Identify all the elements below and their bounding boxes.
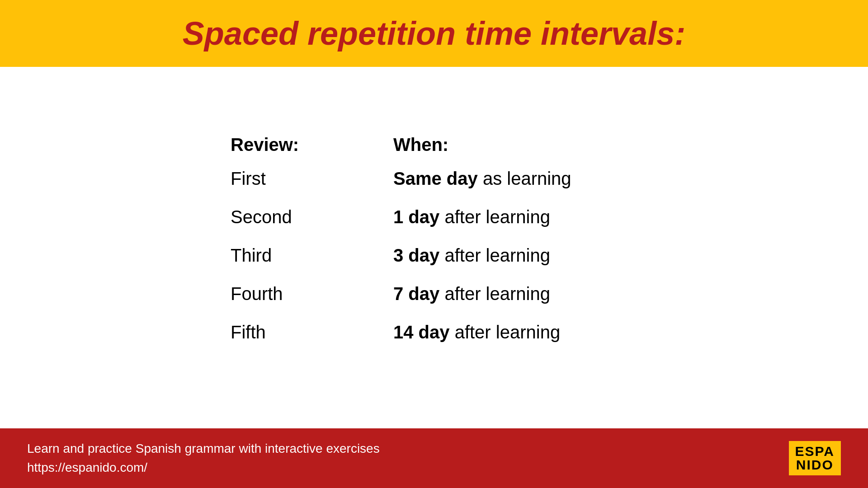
col-when-header: When: bbox=[393, 135, 637, 155]
when-text-fourth: 7 day after learning bbox=[393, 284, 637, 304]
review-label-second: Second bbox=[231, 207, 393, 227]
logo-bottom: NIDO bbox=[796, 458, 834, 472]
review-label-fourth: Fourth bbox=[231, 284, 393, 304]
when-normal-third: after learning bbox=[439, 245, 550, 265]
table-header-row: Review: When: bbox=[231, 135, 637, 155]
when-normal-fourth: after learning bbox=[439, 284, 550, 304]
when-text-fifth: 14 day after learning bbox=[393, 322, 637, 343]
footer-text: Learn and practice Spanish grammar with … bbox=[27, 439, 380, 477]
page-title: Spaced repetition time intervals: bbox=[183, 15, 685, 52]
when-bold-fourth: 7 day bbox=[393, 284, 439, 304]
col-review-header: Review: bbox=[231, 135, 393, 155]
footer-line2: https://espanido.com/ bbox=[27, 458, 380, 477]
review-label-fifth: Fifth bbox=[231, 322, 393, 343]
when-bold-third: 3 day bbox=[393, 245, 439, 265]
when-text-first: Same day as learning bbox=[393, 169, 637, 189]
table-row: First Same day as learning bbox=[231, 169, 637, 189]
table-row: Fourth 7 day after learning bbox=[231, 284, 637, 304]
footer-line1: Learn and practice Spanish grammar with … bbox=[27, 439, 380, 458]
when-text-second: 1 day after learning bbox=[393, 207, 637, 227]
review-label-third: Third bbox=[231, 245, 393, 266]
when-normal-fifth: after learning bbox=[450, 322, 561, 342]
when-normal-first: as learning bbox=[478, 169, 571, 188]
header-section: Spaced repetition time intervals: bbox=[0, 0, 868, 67]
when-normal-second: after learning bbox=[439, 207, 550, 227]
footer-section: Learn and practice Spanish grammar with … bbox=[0, 428, 868, 488]
when-bold-first: Same day bbox=[393, 169, 478, 188]
when-bold-fifth: 14 day bbox=[393, 322, 450, 342]
spaced-repetition-table: Review: When: First Same day as learning… bbox=[231, 135, 637, 361]
table-row: Third 3 day after learning bbox=[231, 245, 637, 266]
table-row: Fifth 14 day after learning bbox=[231, 322, 637, 343]
review-label-first: First bbox=[231, 169, 393, 189]
table-row: Second 1 day after learning bbox=[231, 207, 637, 227]
logo-top: ESPA bbox=[795, 445, 835, 458]
main-content: Review: When: First Same day as learning… bbox=[0, 67, 868, 428]
when-bold-second: 1 day bbox=[393, 207, 439, 227]
when-text-third: 3 day after learning bbox=[393, 245, 637, 266]
espanido-logo: ESPA NIDO bbox=[789, 441, 841, 475]
